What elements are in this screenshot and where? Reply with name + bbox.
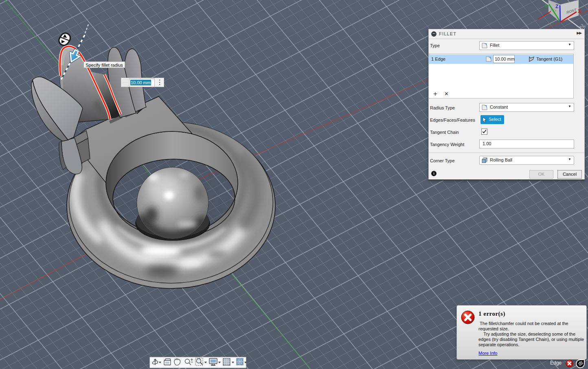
svg-text:Z: Z — [555, 4, 558, 9]
svg-text:Y: Y — [544, 3, 548, 9]
svg-text:X: X — [578, 9, 581, 14]
